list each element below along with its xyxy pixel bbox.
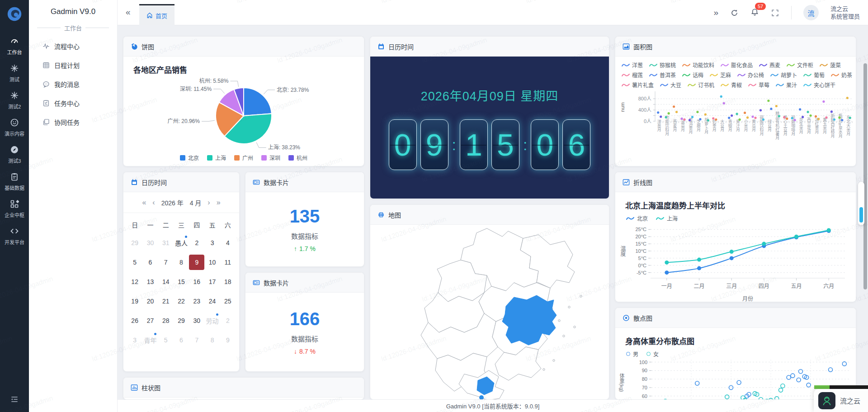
calendar-cell-4[interactable]: 4 — [220, 235, 236, 251]
rail-item-演示内容[interactable]: 演示内容 — [0, 114, 29, 141]
calendar-cell-7[interactable]: 7 — [189, 332, 204, 348]
calendar-cell-24[interactable]: 24 — [204, 294, 220, 309]
legend-item-榴莲[interactable]: 榴莲 — [622, 71, 643, 79]
legend-item-洋葱[interactable]: 洋葱 — [622, 61, 643, 69]
legend-item-夹心饼干[interactable]: 夹心饼干 — [803, 81, 835, 89]
calendar-cell-7[interactable]: 7 — [158, 255, 174, 270]
legend-item-大豆[interactable]: 大豆 — [660, 81, 681, 89]
rail-collapse-icon[interactable] — [0, 395, 29, 406]
menu-item-流程中心[interactable]: 流程中心 — [29, 37, 117, 56]
calendar-cell-9[interactable]: 9 — [220, 332, 236, 348]
legend-item-果汁[interactable]: 果汁 — [776, 81, 797, 89]
menu-item-协同任务[interactable]: 协同任务 — [29, 113, 117, 132]
rail-item-工作台[interactable]: 工作台 — [0, 33, 29, 60]
calendar-cell-23[interactable]: 23 — [189, 294, 204, 309]
chat-widget[interactable]: 流之云 — [814, 389, 868, 412]
calendar-cell-13[interactable]: 13 — [142, 274, 158, 289]
collapse-sidebar-icon[interactable]: « — [126, 7, 131, 17]
calendar-cell-6[interactable]: 6 — [174, 332, 189, 348]
legend-item-功能饮料[interactable]: 功能饮料 — [682, 61, 714, 69]
page-scrollbar-thumb[interactable] — [863, 63, 867, 289]
calendar-cell-12[interactable]: 12 — [127, 274, 142, 289]
map-region-selected[interactable] — [479, 395, 484, 400]
calendar-cell-9[interactable]: 9 — [189, 255, 204, 270]
next-year-icon[interactable]: » — [217, 199, 221, 207]
legend-item-葡萄[interactable]: 葡萄 — [803, 71, 825, 79]
legend-item-膨化食品[interactable]: 膨化食品 — [721, 61, 753, 69]
expand-tabs-icon[interactable]: » — [713, 8, 718, 18]
mini-scrollbar[interactable] — [858, 182, 864, 225]
calendar-cell-30[interactable]: 30 — [142, 235, 158, 251]
refresh-icon[interactable] — [730, 9, 739, 17]
legend-item-上海[interactable]: 上海 — [207, 154, 226, 161]
legend-item-女[interactable]: 女 — [646, 350, 659, 358]
legend-item-草莓[interactable]: 草莓 — [748, 81, 769, 89]
calendar-cell-19[interactable]: 19 — [127, 294, 142, 309]
legend-item-话梅[interactable]: 话梅 — [682, 71, 703, 79]
map-region[interactable] — [425, 293, 484, 332]
tab-home[interactable]: 首页 — [139, 4, 175, 25]
calendar-cell-31[interactable]: 31 — [158, 235, 174, 251]
calendar-cell-2[interactable]: 2 — [189, 235, 204, 251]
app-logo-icon[interactable] — [6, 5, 23, 23]
legend-item-普洱茶[interactable]: 普洱茶 — [649, 71, 676, 79]
rail-item-开发平台[interactable]: 开发平台 — [0, 223, 29, 250]
rail-item-基础数据[interactable]: 基础数据 — [0, 168, 29, 195]
legend-item-上海[interactable]: 上海 — [656, 214, 678, 222]
calendar-cell-22[interactable]: 22 — [174, 294, 189, 309]
legend-item-芝麻[interactable]: 芝麻 — [710, 71, 731, 79]
rail-item-测试2[interactable]: 测试2 — [0, 87, 29, 114]
notification-bell-icon[interactable]: 57 — [750, 8, 759, 18]
next-month-icon[interactable]: › — [208, 199, 210, 207]
calendar-cell-25[interactable]: 25 — [220, 294, 236, 309]
legend-item-男[interactable]: 男 — [626, 350, 638, 358]
fullscreen-icon[interactable] — [771, 9, 779, 17]
map-region-selected[interactable] — [502, 295, 557, 345]
calendar-cell-29[interactable]: 29 — [127, 235, 142, 251]
calendar-cell-5[interactable]: 5 — [127, 255, 142, 270]
pie-slice-北京[interactable] — [244, 88, 272, 116]
calendar-cell-11[interactable]: 11 — [220, 255, 236, 270]
calendar-cell-劳动[interactable]: 劳动 — [204, 313, 220, 328]
prev-year-icon[interactable]: « — [142, 199, 146, 207]
prev-month-icon[interactable]: ‹ — [152, 199, 155, 207]
legend-item-办公椅[interactable]: 办公椅 — [737, 71, 764, 79]
calendar-cell-2[interactable]: 2 — [220, 313, 236, 328]
calendar-cell-5[interactable]: 5 — [158, 332, 174, 348]
calendar-cell-30[interactable]: 30 — [189, 313, 204, 328]
legend-item-燕麦[interactable]: 燕麦 — [759, 61, 780, 69]
rail-item-测试3[interactable]: 测试3 — [0, 141, 29, 168]
calendar-cell-3[interactable]: 3 — [127, 332, 142, 348]
calendar-cell-17[interactable]: 17 — [204, 274, 220, 289]
calendar-cell-15[interactable]: 15 — [174, 274, 189, 289]
legend-item-广州[interactable]: 广州 — [234, 154, 253, 161]
legend-item-胡萝卜[interactable]: 胡萝卜 — [770, 71, 797, 79]
legend-item-文件柜[interactable]: 文件柜 — [787, 61, 813, 69]
legend-item-菠菜[interactable]: 菠菜 — [820, 61, 841, 69]
calendar-cell-20[interactable]: 20 — [142, 294, 158, 309]
mini-scrollbar-thumb[interactable] — [859, 207, 863, 223]
calendar-cell-18[interactable]: 18 — [220, 274, 236, 289]
calendar-cell-6[interactable]: 6 — [142, 255, 158, 270]
legend-item-杭州[interactable]: 杭州 — [288, 154, 307, 161]
legend-item-青椒[interactable]: 青椒 — [721, 81, 742, 89]
page-scrollbar[interactable] — [863, 63, 867, 289]
legend-item-北京[interactable]: 北京 — [626, 214, 648, 222]
calendar-cell-16[interactable]: 16 — [189, 274, 204, 289]
legend-item-北京[interactable]: 北京 — [180, 154, 199, 161]
legend-item-深圳[interactable]: 深圳 — [261, 154, 280, 161]
rail-item-企业中枢[interactable]: 企业中枢 — [0, 195, 29, 223]
calendar-cell-14[interactable]: 14 — [158, 274, 174, 289]
legend-item-奶茶[interactable]: 奶茶 — [831, 71, 852, 79]
legend-item-薯片礼盒[interactable]: 薯片礼盒 — [622, 81, 654, 89]
calendar-cell-3[interactable]: 3 — [204, 235, 220, 251]
user-avatar[interactable]: 流 — [803, 5, 819, 20]
calendar-cell-28[interactable]: 28 — [158, 313, 174, 328]
calendar-cell-愚人[interactable]: 愚人 — [174, 235, 189, 251]
user-info[interactable]: 流之云 系统管理员 — [830, 5, 860, 20]
calendar-cell-青年[interactable]: 青年 — [142, 332, 158, 348]
calendar-cell-8[interactable]: 8 — [174, 255, 189, 270]
legend-item-订书机[interactable]: 订书机 — [688, 81, 714, 89]
calendar-cell-10[interactable]: 10 — [204, 255, 220, 270]
menu-item-我的消息[interactable]: 我的消息 — [29, 75, 117, 94]
